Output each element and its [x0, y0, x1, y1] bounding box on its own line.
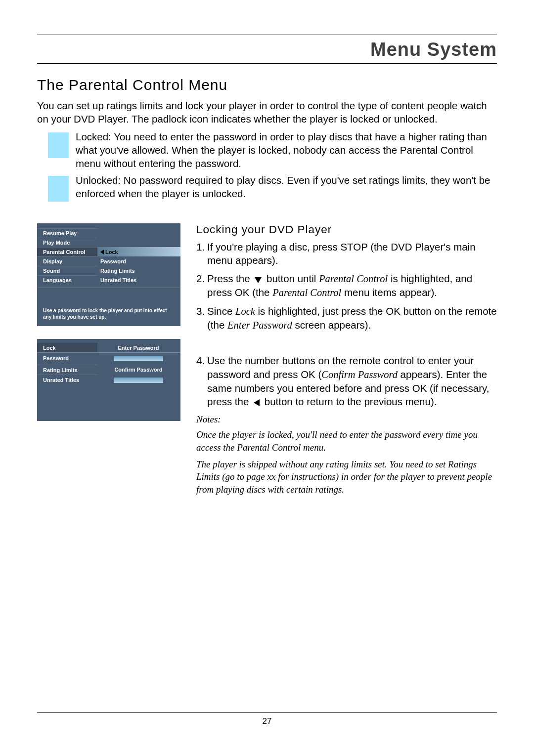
- menu-item: Sound: [37, 266, 97, 275]
- caret-left-icon: [100, 250, 104, 254]
- confirm-password-input-field: [114, 378, 163, 383]
- submenu-item: Rating Limits: [97, 266, 180, 275]
- unlocked-icon: [48, 176, 69, 202]
- menu-item-selected: Parental Control: [37, 247, 97, 256]
- menu-item: Password: [37, 353, 97, 365]
- arrow-down-icon: [255, 277, 262, 283]
- step-4: 4. Use the number buttons on the remote …: [196, 354, 497, 408]
- locked-state-row: Locked: You need to enter the password i…: [37, 130, 497, 170]
- step-3: 3. Since Lock is highlighted, just press…: [196, 304, 497, 332]
- submenu-item: Unrated Titles: [97, 275, 180, 285]
- intro-text: You can set up ratings limits and lock y…: [37, 99, 497, 126]
- step-1: 1. If you're playing a disc, press STOP …: [196, 240, 497, 267]
- mock-ui-column: Resume Play Play Mode Parental ControlLo…: [37, 223, 190, 421]
- notes-heading: Notes:: [196, 413, 497, 426]
- main-menu-mockup: Resume Play Play Mode Parental ControlLo…: [37, 223, 180, 326]
- document-header: Menu System: [37, 39, 497, 60]
- enter-password-label: Enter Password: [97, 343, 180, 353]
- arrow-left-icon: [254, 399, 260, 406]
- menu-item: Unrated Titles: [37, 375, 97, 386]
- password-entry-mockup: Lock Enter Password Password Rating Limi…: [37, 339, 180, 421]
- page-number: 27: [37, 712, 497, 726]
- submenu-item-highlighted: Lock: [97, 247, 180, 256]
- menu-item: Languages: [37, 275, 97, 285]
- note-1: Once the player is locked, you'll need t…: [196, 428, 497, 454]
- submenu-item: Password: [97, 256, 180, 266]
- locked-description: Locked: You need to enter the password i…: [76, 130, 497, 170]
- notes-block: Notes: Once the player is locked, you'll…: [196, 413, 497, 496]
- menu-item: Resume Play: [37, 228, 97, 238]
- subsection-title: Locking your DVD Player: [196, 223, 497, 236]
- menu-item: Play Mode: [37, 238, 97, 247]
- menu-item: Rating Limits: [37, 365, 97, 375]
- menu-hint: Use a password to lock the player and pu…: [37, 288, 180, 322]
- confirm-password-label: Confirm Password: [97, 365, 180, 375]
- menu-item-selected: Lock: [37, 343, 97, 353]
- unlocked-description: Unlocked: No password required to play d…: [76, 174, 497, 200]
- unlocked-state-row: Unlocked: No password required to play d…: [37, 174, 497, 202]
- section-title: The Parental Control Menu: [37, 77, 497, 93]
- instructions-column: Locking your DVD Player 1. If you're pla…: [190, 223, 497, 500]
- locked-icon: [48, 132, 69, 158]
- step-2: 2. Press the button until Parental Contr…: [196, 272, 497, 299]
- menu-item: Display: [37, 256, 97, 266]
- password-input-field: [114, 356, 163, 361]
- note-2: The player is shipped without any rating…: [196, 458, 497, 496]
